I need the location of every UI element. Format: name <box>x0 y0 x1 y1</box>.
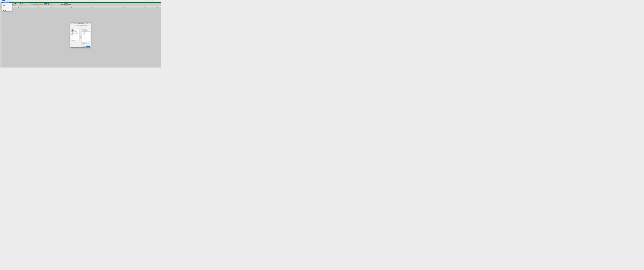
expand-eliminacion-icon[interactable]: › <box>82 30 82 31</box>
maximize-window-button[interactable] <box>73 23 74 24</box>
command-calcular-label: Calcular ahora <box>72 36 76 36</box>
expand-opciones-energia-icon[interactable]: › <box>82 41 83 41</box>
command-actualizar[interactable]: 🔄 Actualizar todo <box>71 30 80 31</box>
command-aplicar-formato[interactable]: ⊞ Aplicar formato a celdas <box>71 32 80 33</box>
menu-item-ventana[interactable]: Ventana <box>30 0 32 1</box>
modal-titlebar: ‹ › ⊞ Barra de herramient... <box>70 23 91 24</box>
command-color-fuente-label: Color de fuente <box>72 38 76 38</box>
command-actualizar-label: Actualizar todo <box>72 30 76 31</box>
excel-dropdown-menu: Acerca de Microsoft Excel Preferencias..… <box>2 2 12 11</box>
command-consultas-label: Consultas de libro y conexiones <box>72 40 79 41</box>
shortcut-salir: ⌘Q <box>11 10 12 11</box>
tree-label-opciones-energia: Opciones de energía <box>83 41 88 41</box>
right-section-label: Personalizar la cinta de opciones: <box>82 27 90 27</box>
modal-right-column: Personalizar la cinta de opciones: Pesta… <box>82 27 90 45</box>
tree-label-numero: Número <box>83 35 85 36</box>
tree-label-sensibilidad: Sensibilidad <box>83 40 86 40</box>
modal-search-input[interactable] <box>86 23 90 24</box>
toolbar-customize-dialog: ‹ › ⊞ Barra de herramient... Cinta Barra… <box>70 23 91 47</box>
format-icon: ⊞ <box>72 33 72 33</box>
dropdown-item-salir[interactable]: Salir de Excel ⌘Q <box>2 10 12 11</box>
tree-label-celdas: Celdas <box>83 37 85 38</box>
dropdown-arrow-icon: ▼ <box>79 28 79 28</box>
checkbox-inicio[interactable]: ✓ <box>83 31 83 32</box>
rename-tab-button[interactable]: ✎ <box>84 42 85 43</box>
expand-celdas-icon[interactable]: › <box>82 37 83 38</box>
nav-forward-button[interactable]: › <box>74 23 75 24</box>
minimize-window-button[interactable] <box>72 23 72 24</box>
command-aumentar-fuente[interactable]: A Aumentar tamaño de fuente <box>71 33 80 34</box>
menu-item-datos[interactable]: Datos <box>26 0 28 1</box>
expand-numero-icon[interactable]: › <box>82 35 83 35</box>
menu-item-excel[interactable]: Excel <box>2 0 5 1</box>
shortcut-preferencias: ⌘, <box>11 4 12 4</box>
command-color-fuente[interactable]: A Color de fuente › <box>71 38 80 39</box>
tree-label-eliminacion: Eliminación del fondo <box>84 30 88 31</box>
command-calcular[interactable]: 📊 Calcular ahora <box>71 35 80 37</box>
tab-barra-herramientas[interactable]: Barra de herramientas de acceso rápido <box>76 25 88 26</box>
command-agregar-filtros[interactable]: 🔽 Agregar o quitar filtros <box>71 31 80 32</box>
menu-item-edicion[interactable]: Edición <box>9 0 11 1</box>
center-icon: ≡ <box>72 37 72 37</box>
command-list[interactable]: 📁 Abrir 🔄 Actualizar todo 🔽 Agregar o qu… <box>71 29 80 41</box>
menubar-datetime: Mar 20 de jun, 11:47 <box>155 1 160 1</box>
dropdown-item-ocultar-excel[interactable]: Ocultar Excel ⌘H <box>2 6 12 8</box>
menu-item-herramientas[interactable]: Herramientas <box>22 0 26 1</box>
submenu-arrow-icon: › <box>11 5 12 6</box>
expand-analisis-icon[interactable]: › <box>82 39 83 39</box>
dropdown-item-ocultar-otros[interactable]: Ocultar otros ⌥⌘H <box>2 8 12 9</box>
nav-back-button[interactable]: ‹ <box>74 23 74 24</box>
save-button[interactable]: Guardar <box>86 46 90 47</box>
ribbon-tree[interactable]: › ✓ Eliminación del fondo ∨ ✓ Inicio › P… <box>82 30 90 42</box>
menu-item-insertar[interactable]: Insertar <box>14 0 17 1</box>
command-centrar[interactable]: ≡ Centrar <box>71 36 80 38</box>
expand-alineacion-icon[interactable]: › <box>82 34 83 35</box>
border-icon: ⬛ <box>72 35 72 35</box>
modal-navigation: ‹ › ⊞ <box>74 23 76 24</box>
mac-menubar: 🍎 Excel Archivo Edición Ver Insertar For… <box>0 0 161 2</box>
command-color-relleno[interactable]: 🎨 Color de relleno › <box>71 39 80 40</box>
menu-item-archivo[interactable]: Archivo <box>5 0 8 1</box>
cancel-button[interactable]: Cancelar <box>82 46 86 47</box>
command-bordes[interactable]: ⬛ Bordes › <box>71 34 80 35</box>
tree-label-alineacion: Alineación <box>83 34 85 35</box>
remove-tab-button[interactable]: − <box>83 42 84 43</box>
dropdown-item-servicios[interactable]: Servicios › <box>2 5 12 6</box>
apple-logo-icon[interactable]: 🍎 <box>1 1 2 2</box>
expand-inicio-icon[interactable]: ∨ <box>82 31 82 32</box>
menu-item-ver[interactable]: Ver <box>12 0 14 1</box>
remove-command-button[interactable]: ‹ <box>80 37 81 38</box>
tree-label-analisis: Análisis <box>83 39 85 40</box>
command-abrir[interactable]: 📁 Abrir <box>71 29 80 30</box>
grid-view-icon[interactable]: ⊞ <box>76 23 76 24</box>
close-window-button[interactable] <box>71 23 72 24</box>
menu-item-formato[interactable]: Formato <box>18 0 20 1</box>
dropdown-item-acerca[interactable]: Acerca de Microsoft Excel <box>2 2 12 3</box>
command-color-relleno-label: Color de relleno <box>72 39 76 39</box>
right-dropdown-row: Pestañas principales ▼ <box>82 27 90 29</box>
command-consultas[interactable]: 📋 Consultas de libro y conexiones <box>71 40 80 41</box>
tree-item-opciones-energia[interactable]: › Opciones de energía <box>82 41 90 42</box>
expand-estilos-icon[interactable]: › <box>82 36 83 36</box>
customize-dropdown[interactable]: Pestañas principales ▼ <box>82 27 90 29</box>
checkbox-eliminacion[interactable]: ✓ <box>83 30 83 31</box>
add-command-button[interactable]: › <box>80 35 81 37</box>
commands-dropdown[interactable]: Comandos más utilizados ▼ <box>71 27 80 29</box>
menu-item-ayuda[interactable]: Ayuda <box>33 0 35 1</box>
folder-icon: 📁 <box>72 29 72 30</box>
expand-fuente-icon[interactable]: › <box>82 33 83 34</box>
modal-middle-buttons: › ‹ <box>80 27 81 45</box>
expand-sensibilidad-icon[interactable]: › <box>82 40 83 40</box>
dropdown-item-preferencias[interactable]: Preferencias... ⌘, <box>2 4 12 5</box>
hint-text: Arrastra para cambiar el orden de las co… <box>82 43 90 45</box>
fill-color-icon: 🎨 <box>72 39 72 39</box>
add-tab-button[interactable]: + <box>82 42 82 43</box>
customize-dropdown-arrow-icon: ▼ <box>89 28 90 28</box>
command-aplicar-label: Aplicar formato a celdas <box>72 33 78 33</box>
tree-label-edicion: Edición <box>83 38 85 38</box>
modal-left-column: Elegir comandos de: Comandos más utiliza… <box>71 27 80 45</box>
tree-label-portapapeles: Portapapeles <box>83 32 86 33</box>
tab-cinta[interactable]: Cinta <box>74 25 76 26</box>
expand-portapapeles-icon[interactable]: › <box>82 32 83 33</box>
expand-edicion-icon[interactable]: › <box>82 38 83 38</box>
